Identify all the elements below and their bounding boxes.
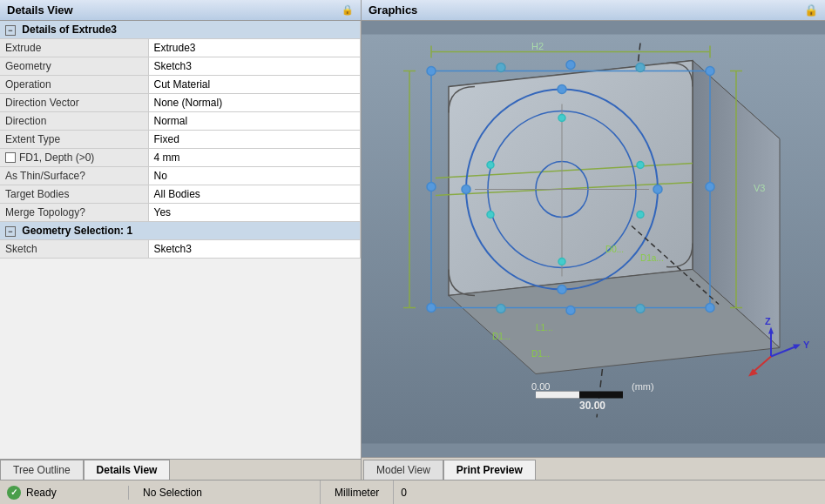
ready-label: Ready [26, 487, 57, 499]
svg-point-13 [706, 183, 714, 192]
status-bar: ✓ Ready No Selection Millimeter 0 [0, 480, 825, 504]
svg-point-41 [462, 185, 470, 194]
row-value-direction: Normal [148, 112, 361, 131]
svg-point-15 [566, 306, 575, 315]
row-value-merge-topology: Yes [148, 204, 361, 222]
section-header-geometry-label: Geometry Selection: 1 [22, 225, 132, 237]
svg-point-40 [558, 286, 566, 294]
svg-text:D1...: D1... [492, 332, 511, 341]
svg-text:D0...: D0... [605, 245, 624, 254]
table-row: Target Bodies All Bodies [0, 185, 361, 204]
svg-text:H2: H2 [531, 41, 544, 51]
row-label-geometry: Geometry [0, 57, 148, 76]
svg-point-17 [497, 64, 505, 72]
svg-point-45 [558, 259, 565, 265]
row-label-depth: FD1, Depth (>0) [0, 149, 148, 167]
svg-text:0.00: 0.00 [531, 381, 550, 392]
tab-print-preview[interactable]: Print Preview [443, 460, 536, 480]
svg-point-18 [636, 64, 645, 72]
row-value-operation: Cut Material [148, 76, 361, 94]
svg-point-46 [487, 162, 494, 169]
row-label-operation: Operation [0, 76, 148, 94]
status-unit-section: Millimeter [321, 480, 394, 504]
row-value-sketch: Sketch3 [148, 240, 361, 259]
details-table: − Details of Extrude3 Extrude Extrude3 G… [0, 21, 361, 459]
svg-text:D1a...: D1a... [640, 253, 664, 263]
svg-text:V3: V3 [754, 183, 765, 193]
table-row: Direction Vector None (Normal) [0, 94, 361, 112]
row-value-extent-type: Fixed [148, 131, 361, 149]
row-value-depth: 4 mm [148, 149, 361, 167]
table-row: Extent Type Fixed [0, 131, 361, 149]
svg-point-12 [427, 183, 436, 192]
details-view-title-bar: Details View 🔒 [0, 0, 361, 21]
svg-point-47 [487, 212, 494, 218]
section-header-extrude-label: Details of Extrude3 [22, 24, 117, 36]
depth-checkbox[interactable] [5, 152, 16, 163]
row-label-sketch: Sketch [0, 240, 148, 259]
left-panel-tabs: Tree Outline Details View [0, 459, 361, 480]
svg-text:D1...: D1... [531, 349, 550, 359]
svg-point-10 [566, 61, 575, 70]
right-panel: Graphics 🔒 [362, 0, 825, 480]
number-label: 0 [401, 487, 407, 499]
svg-text:Y: Y [803, 339, 810, 350]
svg-rect-62 [536, 392, 579, 399]
svg-text:30.00: 30.00 [579, 400, 605, 412]
svg-point-16 [706, 304, 714, 312]
selection-label: No Selection [143, 487, 202, 499]
svg-point-42 [558, 115, 565, 122]
svg-text:L1...: L1... [536, 323, 552, 333]
table-row: Geometry Sketch3 [0, 57, 361, 76]
section-header-extrude: − Details of Extrude3 [0, 21, 361, 39]
ready-icon: ✓ [7, 486, 21, 500]
details-view-title: Details View [7, 3, 73, 17]
svg-point-20 [636, 305, 645, 313]
row-value-target-bodies: All Bodies [148, 185, 361, 204]
svg-point-19 [497, 305, 505, 313]
tab-model-view[interactable]: Model View [363, 460, 443, 480]
svg-point-43 [637, 162, 644, 169]
table-row: Merge Topology? Yes [0, 204, 361, 222]
left-panel: Details View 🔒 − Details of Extrude3 Ext… [0, 0, 362, 480]
model-scene: V3 H2 D1... D1... L1... D0... D1 [362, 21, 825, 457]
status-ready-section: ✓ Ready [7, 486, 129, 500]
row-label-merge-topology: Merge Topology? [0, 204, 148, 222]
row-value-extrude: Extrude3 [148, 39, 361, 57]
graphics-title-bar: Graphics 🔒 [362, 0, 825, 21]
svg-point-11 [706, 67, 714, 76]
row-label-target-bodies: Target Bodies [0, 185, 148, 204]
graphics-viewport[interactable]: V3 H2 D1... D1... L1... D0... D1 [362, 21, 825, 457]
svg-point-14 [427, 304, 436, 312]
row-value-thin: No [148, 167, 361, 185]
status-selection-section: No Selection [129, 480, 321, 504]
graphics-title: Graphics [369, 3, 417, 17]
table-row: Operation Cut Material [0, 76, 361, 94]
row-label-direction-vector: Direction Vector [0, 94, 148, 112]
row-value-geometry: Sketch3 [148, 57, 361, 76]
svg-point-39 [653, 185, 662, 194]
details-view-pin-icon[interactable]: 🔒 [341, 4, 354, 16]
row-label-extrude: Extrude [0, 39, 148, 57]
collapse-icon-geometry[interactable]: − [5, 226, 16, 237]
row-value-direction-vector: None (Normal) [148, 94, 361, 112]
tab-tree-outline[interactable]: Tree Outline [0, 460, 84, 480]
table-row: Sketch Sketch3 [0, 240, 361, 259]
graphics-bottom-tabs: Model View Print Preview [362, 457, 825, 480]
row-label-extent-type: Extent Type [0, 131, 148, 149]
graphics-pin-icon[interactable]: 🔒 [804, 3, 818, 17]
svg-point-9 [427, 67, 436, 76]
svg-point-38 [558, 85, 566, 94]
table-row: Extrude Extrude3 [0, 39, 361, 57]
table-row: Direction Normal [0, 112, 361, 131]
table-row: As Thin/Surface? No [0, 167, 361, 185]
tab-details-view[interactable]: Details View [84, 460, 171, 480]
svg-text:(mm): (mm) [632, 381, 654, 392]
row-label-thin: As Thin/Surface? [0, 167, 148, 185]
svg-point-44 [637, 212, 644, 218]
status-number-section: 0 [394, 480, 414, 504]
svg-text:Z: Z [765, 316, 771, 326]
unit-label: Millimeter [335, 487, 379, 499]
collapse-icon[interactable]: − [5, 25, 16, 36]
section-header-geometry: − Geometry Selection: 1 [0, 222, 361, 240]
